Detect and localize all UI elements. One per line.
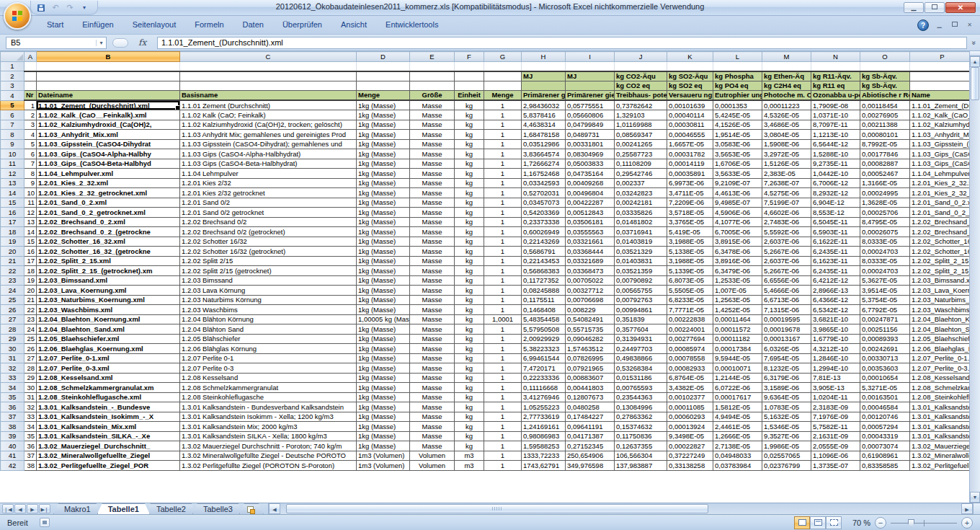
cell-A18[interactable]: 14 <box>24 227 37 237</box>
cell-J34[interactable]: 0,00765593 <box>615 383 667 393</box>
row-header-18[interactable]: 18 <box>1 227 24 237</box>
cell-N20[interactable]: 6,2435E-11 <box>811 247 860 257</box>
cell-I20[interactable]: 0,03368444 <box>566 247 615 257</box>
cell-P25[interactable]: 1.2.03_Naturbims_Koernung.xml <box>910 295 970 305</box>
cell-O26[interactable]: 6,7792E-05 <box>860 305 910 315</box>
cell-M10[interactable]: 3,2972E-05 <box>762 149 811 159</box>
cell-A6[interactable]: 2 <box>24 110 37 120</box>
tab-ueberpruefen[interactable]: Überprüfen <box>273 16 331 35</box>
cell-E18[interactable]: Masse <box>410 227 455 237</box>
cell-H6[interactable]: 5,8378416 <box>522 110 566 120</box>
cell-K27[interactable]: 0,00222838 <box>667 314 713 324</box>
row-header-7[interactable]: 7 <box>1 120 24 130</box>
cell-K4[interactable]: Versaueru ngs- potential (AP) <box>667 91 713 101</box>
cell-C41[interactable]: 1.3.02 Mineralwollgefüllte Ziegel - Deut… <box>180 451 357 461</box>
cell-M22[interactable]: 5,2667E-06 <box>762 266 811 276</box>
cell-M8[interactable]: 3,0804E-05 <box>762 130 811 140</box>
cell-O22[interactable]: 0,00024703 <box>860 266 910 276</box>
cell-N29[interactable]: 1,6779E-10 <box>811 334 860 344</box>
cell-G16[interactable]: 1 <box>484 208 522 218</box>
cell-J8[interactable]: 0,08569347 <box>615 130 667 140</box>
cell-K35[interactable]: 0,00102377 <box>667 392 713 402</box>
cell-E23[interactable]: Masse <box>410 275 455 286</box>
cell-J16[interactable]: 0,03335826 <box>615 208 667 218</box>
cell-N1[interactable] <box>811 61 860 71</box>
cell-M25[interactable]: 6,6713E-06 <box>762 295 811 305</box>
cell-C26[interactable]: 1.2.03 Waschbims <box>180 305 357 315</box>
cell-E37[interactable]: Masse <box>410 412 455 422</box>
cell-I32[interactable]: 0,07921965 <box>566 363 615 374</box>
cell-G11[interactable]: 1 <box>484 159 522 169</box>
cell-F15[interactable]: kg <box>455 198 484 208</box>
cell-K40[interactable]: 0,00022827 <box>667 441 713 451</box>
cell-C33[interactable]: 1.2.08 Kesselsand <box>180 373 357 383</box>
cell-M42[interactable]: 0,02376799 <box>762 461 811 471</box>
cell-B12[interactable]: 1.1.04_Lehmpulver.xml <box>37 169 180 179</box>
cell-E4[interactable]: Größe <box>410 91 455 101</box>
cell-K2[interactable]: kg SO2-Äqu <box>667 71 713 81</box>
cell-F11[interactable]: kg <box>455 159 484 169</box>
cell-B6[interactable]: 1.1.02_Kalk_(CaO__Feinkalk).xml <box>37 110 180 120</box>
cell-F21[interactable]: kg <box>455 256 484 266</box>
cell-D33[interactable]: 1kg (Masse) <box>357 373 410 383</box>
cell-M35[interactable]: 9,6364E-05 <box>762 392 811 402</box>
cell-E22[interactable]: Masse <box>410 266 455 276</box>
cell-H30[interactable]: 5,38223323 <box>522 344 566 354</box>
cell-F31[interactable]: kg <box>455 353 484 363</box>
cell-M29[interactable]: 0,00013167 <box>762 334 811 344</box>
cell-H11[interactable]: 1,72666274 <box>522 159 566 169</box>
column-header-D[interactable]: D <box>357 52 410 62</box>
cell-G24[interactable]: 1 <box>484 286 522 296</box>
cell-C32[interactable]: 1.2.07 Perlite 0-3 <box>180 363 357 374</box>
sheet-tab-tabelle3[interactable]: Tabelle3 <box>192 503 244 514</box>
cell-A1[interactable] <box>24 61 37 71</box>
cell-I38[interactable]: 0,09641191 <box>566 422 615 432</box>
cell-L9[interactable]: 3,0583E-06 <box>713 139 762 149</box>
cell-G7[interactable]: 1 <box>484 120 522 130</box>
cell-G10[interactable]: 1 <box>484 149 522 159</box>
cell-A30[interactable]: 26 <box>24 344 37 354</box>
cell-M15[interactable]: 7,5199E-07 <box>762 198 811 208</box>
row-header-16[interactable]: 16 <box>1 208 24 218</box>
cell-H1[interactable] <box>522 61 566 71</box>
cell-H31[interactable]: 6,99461544 <box>522 353 566 363</box>
cell-E39[interactable]: Masse <box>410 431 455 441</box>
cell-I40[interactable]: 0,27152345 <box>566 441 615 451</box>
cell-L13[interactable]: 9,2109E-07 <box>713 178 762 188</box>
cell-C34[interactable]: 1.2.08 Schmelzkammergranulat <box>180 383 357 393</box>
cell-F2[interactable] <box>455 71 484 81</box>
cell-B41[interactable]: 1.3.02_Mineralwollgefuellte_Ziegel <box>37 451 180 461</box>
cell-N12[interactable]: 1,0442E-10 <box>811 169 860 179</box>
cell-H2[interactable]: MJ <box>522 71 566 81</box>
cell-I41[interactable]: 250,654906 <box>566 451 615 461</box>
cell-D16[interactable]: 1kg (Masse) <box>357 208 410 218</box>
cell-J41[interactable]: 106,566304 <box>615 451 667 461</box>
cell-I17[interactable]: 0,03506181 <box>566 217 615 227</box>
cell-C20[interactable]: 1.2.02 Schotter 16/32 (getrocknet) <box>180 247 357 257</box>
scroll-right-icon[interactable]: ▶ <box>961 503 973 514</box>
cell-D26[interactable]: 1kg (Masse) <box>357 305 410 315</box>
cell-D10[interactable]: 1kg (Masse) <box>357 149 410 159</box>
cell-F28[interactable]: kg <box>455 324 484 335</box>
cell-H21[interactable]: 0,22143453 <box>522 256 566 266</box>
name-box[interactable]: B5 ▾ <box>6 37 107 49</box>
cell-N31[interactable]: 1,2846E-10 <box>811 353 860 363</box>
cell-D27[interactable]: 1,00005 kg (Mas <box>357 314 410 324</box>
cell-F4[interactable]: Einheit <box>455 91 484 101</box>
cell-N35[interactable]: 1,0204E-11 <box>811 392 860 402</box>
cell-M17[interactable]: 2,7483E-06 <box>762 217 811 227</box>
cell-I27[interactable]: 0,54082491 <box>566 314 615 324</box>
cell-M27[interactable]: 0,00019595 <box>762 314 811 324</box>
cell-L6[interactable]: 5,4245E-05 <box>713 110 762 120</box>
zoom-slider[interactable] <box>891 517 957 529</box>
cell-A4[interactable]: Nr <box>24 91 37 101</box>
cell-N41[interactable]: 1,1096E-06 <box>811 451 860 461</box>
vertical-scroll-track[interactable] <box>970 67 980 492</box>
workbook-restore-button[interactable] <box>950 21 959 30</box>
cell-O21[interactable]: 8,0333E-05 <box>860 256 910 266</box>
cell-D7[interactable]: 1kg (Masse) <box>357 120 410 130</box>
column-header-N[interactable]: N <box>811 52 860 62</box>
cell-L2[interactable]: kg Phospha <box>713 71 762 81</box>
cell-A28[interactable]: 24 <box>24 324 37 335</box>
cell-G22[interactable]: 1 <box>484 266 522 276</box>
